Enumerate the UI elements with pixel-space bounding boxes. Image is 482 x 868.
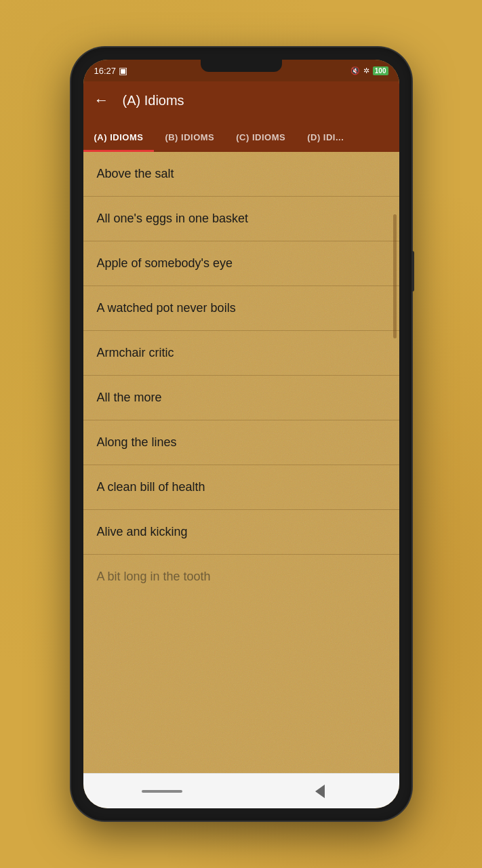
phone-screen: 16:27 ▣ 🔇 ✲ 100 ← (A) Idioms (A) IDIOMS … xyxy=(83,60,399,808)
idiom-text: A bit long in the tooth xyxy=(97,570,211,583)
list-item[interactable]: All the more xyxy=(83,376,399,420)
nav-back-button[interactable] xyxy=(300,781,340,802)
idiom-text: Along the lines xyxy=(97,435,177,449)
phone-outer: 16:27 ▣ 🔇 ✲ 100 ← (A) Idioms (A) IDIOMS … xyxy=(71,47,411,821)
tab-b-idioms[interactable]: (B) IDIOMS xyxy=(154,122,225,152)
idiom-text: Alive and kicking xyxy=(97,525,188,538)
battery-badge: 100 xyxy=(373,66,388,75)
idiom-text: A clean bill of health xyxy=(97,480,205,494)
sim-icon: ▣ xyxy=(119,65,127,76)
home-bar-icon xyxy=(142,790,182,793)
list-item[interactable]: A watched pot never boils xyxy=(83,286,399,331)
idiom-text: All the more xyxy=(97,391,162,404)
idiom-text: A watched pot never boils xyxy=(97,301,236,315)
toolbar: ← (A) Idioms xyxy=(83,81,399,119)
list-item[interactable]: Apple of somebody's eye xyxy=(83,241,399,286)
list-item[interactable]: Alive and kicking xyxy=(83,510,399,555)
volume-icon: 🔇 xyxy=(350,66,360,75)
tab-d-idioms[interactable]: (D) IDI... xyxy=(296,122,355,152)
list-item[interactable]: Above the salt xyxy=(83,152,399,197)
idiom-text: Apple of somebody's eye xyxy=(97,256,233,270)
idiom-text: All one's eggs in one basket xyxy=(97,212,249,225)
tabs-bar: (A) IDIOMS (B) IDIOMS (C) IDIOMS (D) IDI… xyxy=(83,119,399,152)
idiom-list: Above the salt All one's eggs in one bas… xyxy=(83,152,399,585)
back-button[interactable]: ← xyxy=(94,93,109,108)
list-item[interactable]: A clean bill of health xyxy=(83,465,399,510)
clock: 16:27 xyxy=(94,66,117,76)
list-area: Above the salt All one's eggs in one bas… xyxy=(83,152,399,773)
list-item[interactable]: All one's eggs in one basket xyxy=(83,197,399,241)
back-triangle-icon xyxy=(315,785,325,798)
tab-c-idioms[interactable]: (C) IDIOMS xyxy=(225,122,296,152)
nav-home-button[interactable] xyxy=(142,781,182,802)
idiom-text: Armchair critic xyxy=(97,346,174,359)
bluetooth-icon: ✲ xyxy=(363,66,369,75)
page-title: (A) Idioms xyxy=(123,93,184,108)
status-bar: 16:27 ▣ 🔇 ✲ 100 xyxy=(83,60,399,81)
list-item[interactable]: Armchair critic xyxy=(83,331,399,376)
status-icons: 🔇 ✲ 100 xyxy=(350,66,388,75)
tab-a-idioms[interactable]: (A) IDIOMS xyxy=(83,122,155,152)
nav-bar xyxy=(83,773,399,808)
status-time: 16:27 ▣ xyxy=(94,65,128,76)
list-item[interactable]: Along the lines xyxy=(83,420,399,465)
list-item[interactable]: A bit long in the tooth xyxy=(83,555,399,585)
idiom-text: Above the salt xyxy=(97,167,174,180)
